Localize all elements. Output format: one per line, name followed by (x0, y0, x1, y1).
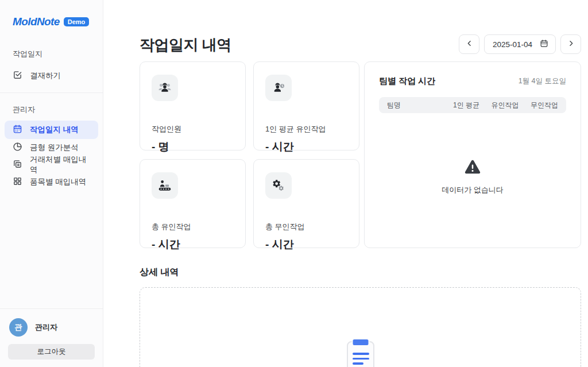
clipboard-clip (353, 339, 368, 345)
grid-icon (13, 176, 22, 188)
conveyor-icon (152, 172, 178, 199)
page-title: 작업일지 내역 (140, 35, 231, 55)
gears-icon (265, 172, 292, 199)
workers-icon (152, 75, 178, 101)
stat-value: - 시간 (265, 140, 347, 154)
sidebar-item-label: 결재하기 (30, 71, 61, 81)
approve-check-icon (13, 70, 22, 82)
warning-triangle-icon (463, 158, 482, 179)
brand-name: MoldNote (13, 16, 60, 28)
sidebar-user-area: 관 관리자 로그아웃 (0, 308, 103, 367)
sidebar-section-worklog: 작업일지 (0, 49, 103, 59)
sidebar-item-item-purchases[interactable]: 품목별 매입내역 (5, 173, 98, 191)
team-table-header: 팀명 1인 평균 유인작업 무인작업 (379, 97, 566, 113)
date-navigation: 2025-01-04 (459, 34, 581, 54)
person-clock-icon (265, 75, 292, 101)
calendar-icon (13, 124, 22, 136)
date-value: 2025-01-04 (493, 40, 532, 49)
chevron-right-icon (567, 39, 575, 49)
sidebar-divider (0, 92, 103, 93)
app-window: MoldNote Demo 작업일지 결재하기 관리자 작업일지 내역 (0, 0, 588, 367)
stat-card-avg-manned: 1인 평균 유인작업 - 시간 (253, 61, 359, 150)
column-unmanned-work: 무인작업 (519, 101, 558, 110)
chevron-left-icon (465, 39, 474, 49)
sidebar-section-admin: 관리자 (0, 105, 103, 115)
stat-card-total-unmanned: 총 무인작업 - 시간 (253, 159, 359, 248)
brand-logo: MoldNote Demo (0, 0, 103, 28)
sidebar-item-worklog-history[interactable]: 작업일지 내역 (5, 121, 98, 139)
sidebar-item-label: 품목별 매입내역 (30, 177, 86, 187)
panel-title: 팀별 작업 시간 (379, 76, 435, 87)
logout-button[interactable]: 로그아웃 (8, 344, 95, 360)
sidebar-item-label: 거래처별 매입내역 (30, 154, 90, 175)
empty-state: 데이터가 없습니다 (379, 158, 566, 195)
column-team-name: 팀명 (387, 101, 440, 110)
sidebar-admin-nav: 작업일지 내역 금형 원가분석 거래처별 매입내역 품목별 매입내역 (0, 121, 103, 191)
date-picker[interactable]: 2025-01-04 (484, 34, 556, 54)
stat-card-workers: 작업인원 - 명 (140, 61, 246, 150)
user-name: 관리자 (35, 322, 57, 333)
panel-date-label: 1월 4일 토요일 (519, 76, 566, 86)
prev-date-button[interactable] (459, 34, 479, 54)
sidebar: MoldNote Demo 작업일지 결재하기 관리자 작업일지 내역 (0, 0, 103, 367)
user-row: 관 관리자 (9, 318, 95, 337)
main-content: 작업일지 내역 2025-01-04 (103, 0, 588, 367)
stat-value: - 명 (152, 140, 234, 154)
stat-label: 1인 평균 유인작업 (265, 124, 347, 134)
stat-value: - 시간 (152, 237, 234, 252)
clipboard-lines (348, 342, 373, 365)
sidebar-item-cost-analysis[interactable]: 금형 원가분석 (5, 139, 98, 156)
sidebar-item-label: 금형 원가분석 (30, 142, 79, 153)
documents-icon (13, 159, 22, 171)
column-avg-per-person: 1인 평균 (440, 101, 479, 110)
sidebar-item-vendor-purchases[interactable]: 거래처별 매입내역 (5, 156, 98, 173)
clipboard-icon (347, 341, 374, 367)
stat-label: 작업인원 (152, 124, 234, 134)
stat-value: - 시간 (265, 237, 347, 252)
column-manned-work: 유인작업 (479, 101, 519, 110)
next-date-button[interactable] (560, 34, 581, 54)
demo-badge: Demo (64, 17, 90, 26)
detail-section-title: 상세 내역 (140, 266, 179, 279)
stat-label: 총 무인작업 (265, 222, 347, 232)
stat-label: 총 유인작업 (152, 222, 234, 232)
avatar: 관 (9, 318, 28, 337)
stat-card-total-manned: 총 유인작업 - 시간 (140, 159, 246, 248)
calendar-icon (540, 39, 548, 50)
detail-empty-area (140, 287, 581, 367)
sidebar-item-approve[interactable]: 결재하기 (5, 67, 98, 84)
team-worktime-panel: 팀별 작업 시간 1월 4일 토요일 팀명 1인 평균 유인작업 무인작업 데이… (364, 61, 581, 248)
pie-chart-icon (13, 142, 22, 153)
sidebar-item-label: 작업일지 내역 (30, 125, 79, 135)
empty-message: 데이터가 없습니다 (442, 185, 504, 195)
